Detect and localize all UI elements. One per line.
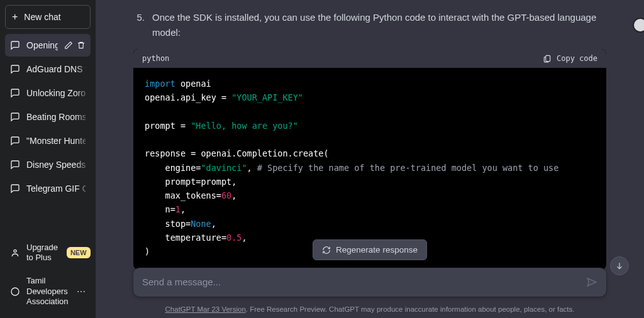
conversation-label: Opening (26, 40, 58, 50)
chat-icon (10, 184, 20, 194)
svg-rect-2 (546, 55, 550, 61)
regenerate-label: Regenerate response (336, 245, 418, 255)
svg-point-1 (11, 288, 19, 295)
avatar-icon (10, 287, 20, 297)
conversation-item[interactable]: Telegram GIF Cr (5, 177, 91, 200)
version-link[interactable]: ChatGPT Mar 23 Version (165, 305, 246, 313)
instruction-step: 5. Once the SDK is installed, you can us… (133, 10, 606, 40)
chat-icon (10, 160, 20, 170)
conversation-label: Telegram GIF Cr (26, 184, 86, 194)
step-number: 5. (133, 10, 145, 40)
conversation-label: AdGuard DNS for (26, 64, 86, 74)
conversation-label: "Monster Hunter (26, 136, 86, 146)
svg-point-0 (14, 249, 16, 252)
conversation-item[interactable]: "Monster Hunter (5, 129, 91, 152)
copy-code-label: Copy code (557, 54, 597, 63)
chat-icon (10, 64, 20, 74)
conversation-item[interactable]: Disney Speedsto (5, 153, 91, 176)
conversation-item[interactable]: Beating Rooms a (5, 106, 91, 128)
conversation-label: Beating Rooms a (26, 112, 86, 122)
send-button[interactable] (586, 277, 597, 288)
account-menu[interactable]: Tamil Developers Association ⋯ (5, 270, 91, 313)
conversation-item[interactable]: AdGuard DNS for (5, 58, 91, 80)
more-icon: ⋯ (77, 287, 86, 297)
footer-text: . Free Research Preview. ChatGPT may pro… (246, 305, 575, 313)
sidebar: + New chat OpeningAdGuard DNS forUnlocki… (0, 0, 96, 318)
new-chat-label: New chat (24, 12, 60, 22)
edit-icon[interactable] (64, 41, 73, 50)
code-language-label: python (142, 54, 169, 63)
upgrade-label: Upgrade to Plus (26, 243, 58, 262)
conversation-list: OpeningAdGuard DNS forUnlocking Zoro'sBe… (5, 34, 91, 235)
footer-disclaimer: ChatGPT Mar 23 Version. Free Research Pr… (96, 305, 644, 313)
message-input[interactable] (142, 277, 576, 287)
person-icon (10, 248, 20, 258)
new-badge: NEW (67, 247, 91, 258)
upgrade-to-plus[interactable]: Upgrade to Plus NEW (5, 236, 91, 268)
conversation-item[interactable]: Unlocking Zoro's (5, 82, 91, 104)
arrow-down-icon (615, 261, 624, 270)
regenerate-response-button[interactable]: Regenerate response (313, 239, 427, 260)
step-text: Once the SDK is installed, you can use t… (152, 10, 606, 40)
copy-code-button[interactable]: Copy code (543, 54, 597, 63)
conversation-item[interactable]: Opening (5, 34, 91, 57)
extension-icon[interactable] (633, 18, 644, 33)
clipboard-icon (543, 54, 552, 63)
account-label: Tamil Developers Association (26, 276, 70, 307)
code-block: python Copy code import openai openai.ap… (133, 49, 606, 270)
plus-icon: + (12, 12, 18, 22)
send-icon (586, 277, 597, 288)
chat-icon (10, 136, 20, 146)
chat-icon (10, 88, 20, 98)
message-input-container (133, 268, 606, 297)
scroll-to-bottom-button[interactable] (610, 256, 629, 275)
code-header: python Copy code (133, 49, 606, 68)
trash-icon[interactable] (77, 41, 86, 50)
conversation-label: Unlocking Zoro's (26, 88, 86, 98)
new-chat-button[interactable]: + New chat (5, 5, 91, 29)
refresh-icon (322, 246, 331, 255)
main-area: 5. Once the SDK is installed, you can us… (96, 0, 644, 318)
chat-icon (10, 112, 20, 122)
chat-icon (10, 40, 20, 50)
conversation-label: Disney Speedsto (26, 160, 86, 170)
